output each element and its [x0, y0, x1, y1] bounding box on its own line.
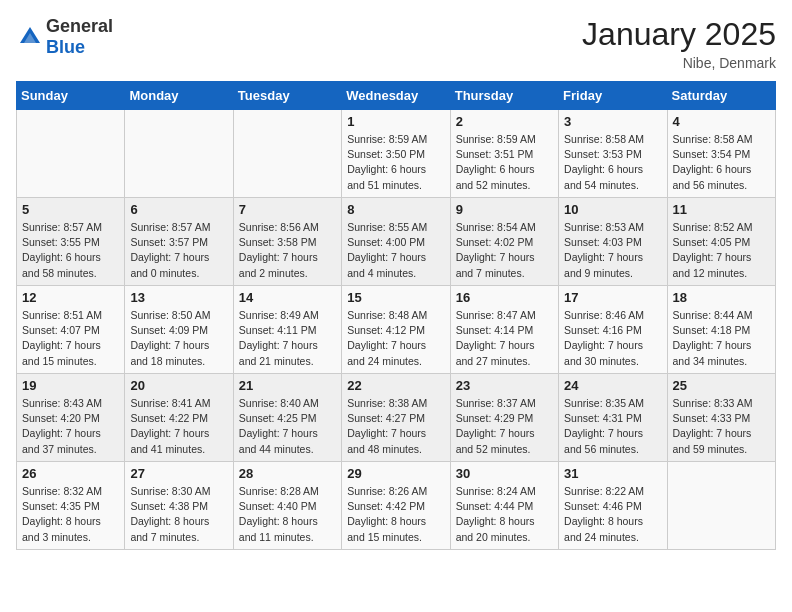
- day-number: 16: [456, 290, 553, 305]
- calendar-cell: 2Sunrise: 8:59 AM Sunset: 3:51 PM Daylig…: [450, 110, 558, 198]
- day-number: 11: [673, 202, 770, 217]
- calendar-cell: 16Sunrise: 8:47 AM Sunset: 4:14 PM Dayli…: [450, 286, 558, 374]
- day-number: 30: [456, 466, 553, 481]
- calendar-cell: 10Sunrise: 8:53 AM Sunset: 4:03 PM Dayli…: [559, 198, 667, 286]
- day-content: Sunrise: 8:41 AM Sunset: 4:22 PM Dayligh…: [130, 396, 227, 457]
- day-number: 8: [347, 202, 444, 217]
- logo-general: General: [46, 16, 113, 36]
- calendar-cell: 30Sunrise: 8:24 AM Sunset: 4:44 PM Dayli…: [450, 462, 558, 550]
- calendar-cell: 11Sunrise: 8:52 AM Sunset: 4:05 PM Dayli…: [667, 198, 775, 286]
- calendar-cell: 23Sunrise: 8:37 AM Sunset: 4:29 PM Dayli…: [450, 374, 558, 462]
- day-content: Sunrise: 8:32 AM Sunset: 4:35 PM Dayligh…: [22, 484, 119, 545]
- day-number: 31: [564, 466, 661, 481]
- page-header: General Blue January 2025 Nibe, Denmark: [16, 16, 776, 71]
- day-header-tuesday: Tuesday: [233, 82, 341, 110]
- calendar-cell: 19Sunrise: 8:43 AM Sunset: 4:20 PM Dayli…: [17, 374, 125, 462]
- day-number: 27: [130, 466, 227, 481]
- day-content: Sunrise: 8:40 AM Sunset: 4:25 PM Dayligh…: [239, 396, 336, 457]
- day-number: 24: [564, 378, 661, 393]
- day-header-monday: Monday: [125, 82, 233, 110]
- day-header-friday: Friday: [559, 82, 667, 110]
- calendar-cell: 12Sunrise: 8:51 AM Sunset: 4:07 PM Dayli…: [17, 286, 125, 374]
- day-content: Sunrise: 8:46 AM Sunset: 4:16 PM Dayligh…: [564, 308, 661, 369]
- week-row-5: 26Sunrise: 8:32 AM Sunset: 4:35 PM Dayli…: [17, 462, 776, 550]
- calendar-cell: 8Sunrise: 8:55 AM Sunset: 4:00 PM Daylig…: [342, 198, 450, 286]
- day-number: 5: [22, 202, 119, 217]
- day-number: 10: [564, 202, 661, 217]
- day-number: 25: [673, 378, 770, 393]
- calendar-body: 1Sunrise: 8:59 AM Sunset: 3:50 PM Daylig…: [17, 110, 776, 550]
- day-number: 23: [456, 378, 553, 393]
- day-header-thursday: Thursday: [450, 82, 558, 110]
- calendar-cell: 14Sunrise: 8:49 AM Sunset: 4:11 PM Dayli…: [233, 286, 341, 374]
- day-content: Sunrise: 8:26 AM Sunset: 4:42 PM Dayligh…: [347, 484, 444, 545]
- day-number: 29: [347, 466, 444, 481]
- calendar-cell: 15Sunrise: 8:48 AM Sunset: 4:12 PM Dayli…: [342, 286, 450, 374]
- day-content: Sunrise: 8:44 AM Sunset: 4:18 PM Dayligh…: [673, 308, 770, 369]
- day-number: 9: [456, 202, 553, 217]
- logo: General Blue: [16, 16, 113, 58]
- days-header-row: SundayMondayTuesdayWednesdayThursdayFrid…: [17, 82, 776, 110]
- day-number: 6: [130, 202, 227, 217]
- calendar-cell: 18Sunrise: 8:44 AM Sunset: 4:18 PM Dayli…: [667, 286, 775, 374]
- month-title: January 2025: [582, 16, 776, 53]
- day-number: 26: [22, 466, 119, 481]
- week-row-3: 12Sunrise: 8:51 AM Sunset: 4:07 PM Dayli…: [17, 286, 776, 374]
- day-content: Sunrise: 8:35 AM Sunset: 4:31 PM Dayligh…: [564, 396, 661, 457]
- day-number: 15: [347, 290, 444, 305]
- calendar-cell: [125, 110, 233, 198]
- day-number: 1: [347, 114, 444, 129]
- day-number: 14: [239, 290, 336, 305]
- location-subtitle: Nibe, Denmark: [582, 55, 776, 71]
- day-number: 4: [673, 114, 770, 129]
- day-content: Sunrise: 8:59 AM Sunset: 3:50 PM Dayligh…: [347, 132, 444, 193]
- calendar-cell: 5Sunrise: 8:57 AM Sunset: 3:55 PM Daylig…: [17, 198, 125, 286]
- day-content: Sunrise: 8:51 AM Sunset: 4:07 PM Dayligh…: [22, 308, 119, 369]
- calendar-cell: [233, 110, 341, 198]
- day-number: 28: [239, 466, 336, 481]
- day-content: Sunrise: 8:22 AM Sunset: 4:46 PM Dayligh…: [564, 484, 661, 545]
- logo-icon: [16, 23, 44, 51]
- day-content: Sunrise: 8:33 AM Sunset: 4:33 PM Dayligh…: [673, 396, 770, 457]
- day-content: Sunrise: 8:38 AM Sunset: 4:27 PM Dayligh…: [347, 396, 444, 457]
- day-number: 17: [564, 290, 661, 305]
- day-number: 12: [22, 290, 119, 305]
- day-number: 19: [22, 378, 119, 393]
- day-content: Sunrise: 8:28 AM Sunset: 4:40 PM Dayligh…: [239, 484, 336, 545]
- calendar-cell: 13Sunrise: 8:50 AM Sunset: 4:09 PM Dayli…: [125, 286, 233, 374]
- calendar-cell: 26Sunrise: 8:32 AM Sunset: 4:35 PM Dayli…: [17, 462, 125, 550]
- day-header-wednesday: Wednesday: [342, 82, 450, 110]
- calendar-cell: 22Sunrise: 8:38 AM Sunset: 4:27 PM Dayli…: [342, 374, 450, 462]
- calendar-cell: 27Sunrise: 8:30 AM Sunset: 4:38 PM Dayli…: [125, 462, 233, 550]
- calendar-cell: 6Sunrise: 8:57 AM Sunset: 3:57 PM Daylig…: [125, 198, 233, 286]
- day-number: 13: [130, 290, 227, 305]
- day-content: Sunrise: 8:30 AM Sunset: 4:38 PM Dayligh…: [130, 484, 227, 545]
- day-number: 20: [130, 378, 227, 393]
- calendar-cell: 3Sunrise: 8:58 AM Sunset: 3:53 PM Daylig…: [559, 110, 667, 198]
- calendar-cell: 21Sunrise: 8:40 AM Sunset: 4:25 PM Dayli…: [233, 374, 341, 462]
- day-content: Sunrise: 8:54 AM Sunset: 4:02 PM Dayligh…: [456, 220, 553, 281]
- day-content: Sunrise: 8:50 AM Sunset: 4:09 PM Dayligh…: [130, 308, 227, 369]
- week-row-2: 5Sunrise: 8:57 AM Sunset: 3:55 PM Daylig…: [17, 198, 776, 286]
- calendar-cell: 17Sunrise: 8:46 AM Sunset: 4:16 PM Dayli…: [559, 286, 667, 374]
- week-row-1: 1Sunrise: 8:59 AM Sunset: 3:50 PM Daylig…: [17, 110, 776, 198]
- day-header-sunday: Sunday: [17, 82, 125, 110]
- day-content: Sunrise: 8:47 AM Sunset: 4:14 PM Dayligh…: [456, 308, 553, 369]
- day-number: 22: [347, 378, 444, 393]
- day-number: 7: [239, 202, 336, 217]
- calendar-table: SundayMondayTuesdayWednesdayThursdayFrid…: [16, 81, 776, 550]
- calendar-cell: 28Sunrise: 8:28 AM Sunset: 4:40 PM Dayli…: [233, 462, 341, 550]
- day-content: Sunrise: 8:37 AM Sunset: 4:29 PM Dayligh…: [456, 396, 553, 457]
- day-content: Sunrise: 8:55 AM Sunset: 4:00 PM Dayligh…: [347, 220, 444, 281]
- title-block: January 2025 Nibe, Denmark: [582, 16, 776, 71]
- day-number: 2: [456, 114, 553, 129]
- calendar-cell: 1Sunrise: 8:59 AM Sunset: 3:50 PM Daylig…: [342, 110, 450, 198]
- day-content: Sunrise: 8:58 AM Sunset: 3:54 PM Dayligh…: [673, 132, 770, 193]
- day-content: Sunrise: 8:52 AM Sunset: 4:05 PM Dayligh…: [673, 220, 770, 281]
- day-content: Sunrise: 8:56 AM Sunset: 3:58 PM Dayligh…: [239, 220, 336, 281]
- day-content: Sunrise: 8:57 AM Sunset: 3:57 PM Dayligh…: [130, 220, 227, 281]
- day-content: Sunrise: 8:53 AM Sunset: 4:03 PM Dayligh…: [564, 220, 661, 281]
- day-content: Sunrise: 8:48 AM Sunset: 4:12 PM Dayligh…: [347, 308, 444, 369]
- calendar-cell: 25Sunrise: 8:33 AM Sunset: 4:33 PM Dayli…: [667, 374, 775, 462]
- calendar-cell: 24Sunrise: 8:35 AM Sunset: 4:31 PM Dayli…: [559, 374, 667, 462]
